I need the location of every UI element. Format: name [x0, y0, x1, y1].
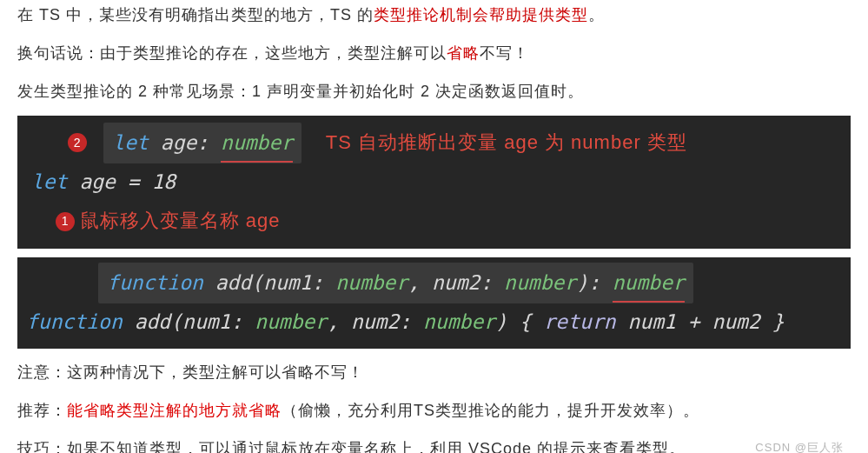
open-brace: { [507, 310, 544, 333]
paragraph-4: 注意：这两种情况下，类型注解可以省略不写！ [17, 357, 851, 387]
ret-colon: : [588, 271, 613, 294]
return-keyword: return [544, 310, 628, 333]
p2-text-a: 换句话说：由于类型推论的存在，这些地方，类型注解可以 [17, 44, 447, 62]
fn-keyword: function [107, 271, 215, 294]
type1-2: number [255, 310, 327, 333]
type1: number [335, 271, 407, 294]
code2-tooltip-line: function add(num1: number, num2: number)… [26, 263, 842, 304]
param2: num2 [432, 271, 480, 294]
lparen: ( [251, 271, 263, 294]
code2-main-line: function add(num1: number, num2: number)… [26, 303, 842, 342]
colon1-2: : [230, 310, 255, 333]
param1-2: num1 [182, 310, 230, 333]
code1-hover-line: 1鼠标移入变量名称 age [31, 202, 837, 240]
article: 在 TS 中，某些没有明确指出类型的地方，TS 的类型推论机制会帮助提供类型。 … [0, 0, 868, 453]
p5-text-a: 推荐： [17, 402, 67, 419]
paragraph-5: 推荐：能省略类型注解的地方就省略（偷懒，充分利用TS类型推论的能力，提升开发效率… [17, 396, 851, 425]
colon2-2: : [399, 310, 423, 333]
p2-text-red: 省略 [447, 44, 480, 62]
assign-op: = [116, 170, 152, 193]
paragraph-6: 技巧：如果不知道类型，可以通过鼠标放在变量名称上，利用 VSCode 的提示来查… [17, 434, 851, 453]
plus-op: + [676, 310, 712, 333]
paragraph-2: 换句话说：由于类型推论的存在，这些地方，类型注解可以省略不写！ [17, 38, 851, 68]
tooltip-colon: : [196, 131, 221, 154]
code1-tooltip-line: 2 let age: number TS 自动推断出变量 age 为 numbe… [31, 123, 837, 164]
paragraph-1: 在 TS 中，某些没有明确指出类型的地方，TS 的类型推论机制会帮助提供类型。 [17, 0, 851, 30]
rparen: ) [576, 271, 588, 294]
watermark: CSDN @巨人张 [755, 437, 844, 453]
rparen-2: ) [495, 310, 507, 333]
code-block-1: 2 let age: number TS 自动推断出变量 age 为 numbe… [17, 116, 851, 249]
p1-text-a: 在 TS 中，某些没有明确指出类型的地方，TS 的 [17, 6, 374, 23]
badge-2-icon: 2 [68, 133, 87, 152]
tooltip-comment: TS 自动推断出变量 age 为 number 类型 [326, 131, 687, 153]
tooltip-var: age [161, 131, 197, 154]
literal-number: 18 [151, 170, 176, 193]
comma: , [407, 271, 432, 294]
code-block-2: function add(num1: number, num2: number)… [17, 257, 851, 349]
ret-type: number [613, 271, 685, 294]
p5-text-red: 能省略类型注解的地方就省略 [67, 402, 282, 419]
p5-text-b: （偷懒，充分利用TS类型推论的能力，提升开发效率）。 [282, 402, 699, 419]
p1-text-red: 类型推论机制会帮助提供类型 [374, 6, 588, 23]
let-keyword: let [112, 131, 160, 154]
param2-2: num2 [351, 310, 399, 333]
paragraph-3: 发生类型推论的 2 种常见场景：1 声明变量并初始化时 2 决定函数返回值时。 [17, 77, 851, 106]
p1-text-b: 。 [588, 6, 605, 23]
let-keyword-2: let [31, 170, 79, 193]
type2-2: number [423, 310, 495, 333]
comma-2: , [327, 310, 351, 333]
close-brace: } [760, 310, 785, 333]
p3-text: 发生类型推论的 2 种常见场景：1 声明变量并初始化时 2 决定函数返回值时。 [17, 83, 584, 100]
param1: num1 [263, 271, 311, 294]
badge-1-icon: 1 [56, 212, 75, 231]
lparen-2: ( [170, 310, 182, 333]
p4-text: 注意：这两种情况下，类型注解可以省略不写！ [17, 363, 364, 381]
code1-main-line: let age = 18 [31, 163, 837, 202]
hover-comment: 鼠标移入变量名称 age [80, 210, 281, 231]
p6-text: 技巧：如果不知道类型，可以通过鼠标放在变量名称上，利用 VSCode 的提示来查… [17, 440, 686, 453]
colon1: : [312, 271, 336, 294]
fn-keyword-2: function [26, 310, 135, 333]
expr2: num2 [712, 310, 759, 333]
expr1: num1 [627, 310, 675, 333]
colon2: : [480, 271, 504, 294]
p2-text-b: 不写！ [480, 44, 529, 62]
fn-name: add [215, 271, 252, 294]
fn-name-2: add [135, 310, 171, 333]
var-name: age [79, 170, 116, 193]
type2: number [504, 271, 576, 294]
tooltip-type: number [221, 131, 293, 154]
